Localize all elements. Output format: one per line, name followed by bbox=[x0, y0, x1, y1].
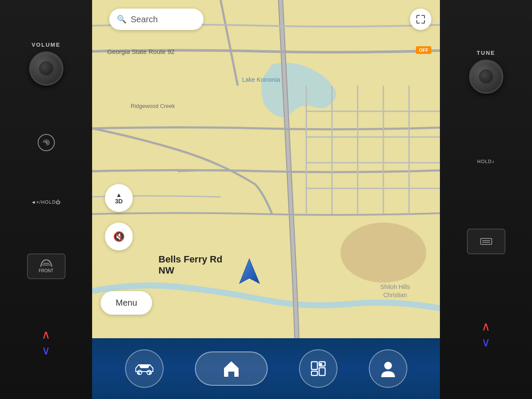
svg-rect-13 bbox=[311, 371, 317, 375]
nav-arrow-svg bbox=[238, 257, 261, 285]
apps-icon-circle[interactable] bbox=[299, 349, 338, 388]
svg-point-7 bbox=[341, 223, 426, 283]
right-panel: TUNE HOLD♪ ∧ ∨ bbox=[440, 0, 532, 399]
mute-hold-button[interactable]: ◄×/HOLD⏻ bbox=[31, 200, 61, 205]
left-chevron-down[interactable]: ∨ bbox=[42, 343, 51, 357]
user-icon-circle[interactable] bbox=[369, 349, 407, 388]
tune-knob[interactable] bbox=[469, 60, 503, 94]
svg-rect-3 bbox=[481, 238, 492, 244]
right-chevron-group: ∧ ∨ bbox=[481, 319, 490, 349]
front-defroster-button[interactable]: FRONT bbox=[27, 253, 66, 279]
svg-point-16 bbox=[320, 363, 322, 365]
mute-map-button[interactable]: 🔇 bbox=[105, 223, 133, 250]
tune-label: TUNE bbox=[477, 50, 495, 56]
creek-label: Ridgewood Creek bbox=[131, 103, 175, 109]
svg-rect-15 bbox=[319, 368, 325, 375]
nav-car-button[interactable] bbox=[125, 349, 164, 388]
menu-button[interactable]: Menu bbox=[101, 291, 152, 315]
nfc-icon bbox=[38, 134, 55, 151]
front-label: FRONT bbox=[39, 268, 53, 273]
svg-point-17 bbox=[384, 362, 392, 369]
home-icon-pill[interactable] bbox=[195, 351, 268, 386]
lake-label: Lake Koinonia bbox=[242, 76, 280, 83]
svg-marker-9 bbox=[240, 259, 259, 283]
search-bar[interactable]: 🔍 Search bbox=[109, 9, 203, 30]
left-panel: VOLUME ◄×/HOLD⏻ FRONT ∧ ∨ bbox=[0, 0, 92, 399]
expand-button[interactable] bbox=[410, 9, 431, 30]
nav-apps-button[interactable] bbox=[299, 349, 338, 388]
mute-icon: 🔇 bbox=[113, 231, 125, 242]
bottom-nav-bar bbox=[92, 338, 440, 399]
car-icon-circle[interactable] bbox=[125, 349, 164, 388]
svg-point-0 bbox=[45, 142, 47, 143]
search-icon: 🔍 bbox=[117, 15, 126, 24]
hold-music-button[interactable]: HOLD♪ bbox=[477, 159, 495, 164]
route-label: Georgia State Route 92 bbox=[107, 48, 175, 55]
volume-knob-area: VOLUME bbox=[29, 42, 63, 86]
left-chevron-group: ∧ ∨ bbox=[42, 328, 51, 357]
right-chevron-down[interactable]: ∨ bbox=[481, 335, 490, 349]
map-area[interactable]: Georgia State Route 92 Lake Koinonia Rid… bbox=[92, 0, 440, 338]
view-3d-button[interactable]: ▲ 3D bbox=[105, 184, 133, 212]
search-input-label[interactable]: Search bbox=[131, 15, 158, 24]
right-chevron-up[interactable]: ∧ bbox=[481, 319, 490, 333]
svg-rect-12 bbox=[311, 362, 317, 369]
nav-arrow-container bbox=[238, 257, 261, 287]
left-chevron-up[interactable]: ∧ bbox=[42, 328, 51, 342]
nav-home-button[interactable] bbox=[195, 351, 268, 386]
shiloh-label: Shiloh Hills Christian bbox=[380, 283, 410, 300]
3d-label: 3D bbox=[115, 198, 123, 205]
off-badge: OFF bbox=[416, 46, 431, 54]
center-screen: Georgia State Route 92 Lake Koinonia Rid… bbox=[92, 0, 440, 399]
tune-knob-area: TUNE bbox=[469, 50, 503, 94]
street-name: Bells Ferry Rd bbox=[158, 254, 222, 265]
arrow-up-icon: ▲ bbox=[116, 192, 122, 198]
rear-defroster-button[interactable] bbox=[467, 229, 505, 254]
volume-label: VOLUME bbox=[32, 42, 61, 48]
device-frame: VOLUME ◄×/HOLD⏻ FRONT ∧ ∨ TUN bbox=[0, 0, 532, 399]
nav-user-button[interactable] bbox=[369, 349, 407, 388]
street-direction: NW bbox=[158, 265, 174, 276]
shiloh-line1: Shiloh Hills bbox=[380, 283, 410, 292]
volume-knob[interactable] bbox=[29, 51, 63, 86]
shiloh-line2: Christian bbox=[380, 291, 410, 300]
menu-label: Menu bbox=[116, 298, 137, 308]
street-label: Bells Ferry Rd NW bbox=[158, 254, 222, 276]
